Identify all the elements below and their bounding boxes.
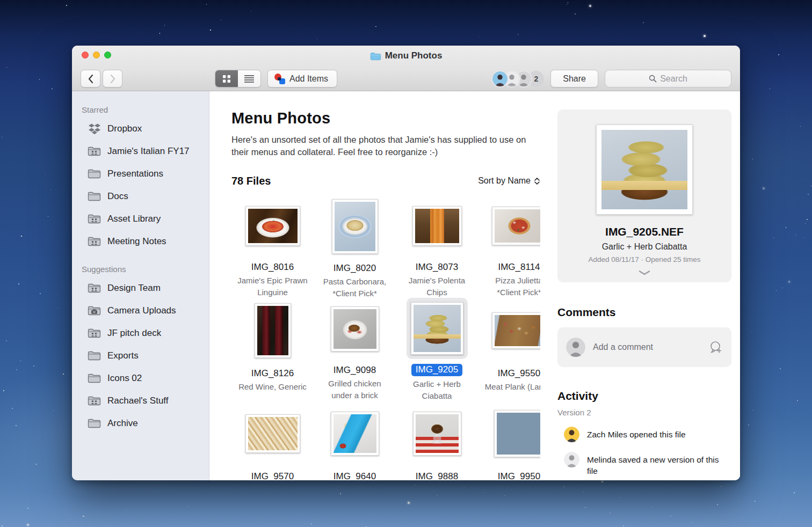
file-tile-img_9570[interactable]: IMG_9570 <box>231 401 314 480</box>
add-comment-field[interactable]: Add a comment <box>557 327 731 367</box>
sidebar-item-jamie-s-italian-fy17[interactable]: Jamie's Italian FY17 <box>72 140 209 163</box>
thumbnail-frame[interactable] <box>331 306 379 352</box>
file-name[interactable]: IMG_8073 <box>416 262 458 273</box>
search-input[interactable]: Search <box>605 70 731 87</box>
window-title: Menu Photos <box>72 50 740 62</box>
file-name[interactable]: IMG_8126 <box>251 368 294 379</box>
sidebar-item-presentations[interactable]: Presentations <box>72 163 209 185</box>
file-tile-img_9950[interactable]: IMG_9950 <box>478 401 540 480</box>
shared-folder-icon <box>88 236 101 247</box>
file-caption: Jamie's Polenta Chips <box>402 275 473 298</box>
avatar[interactable] <box>491 70 509 87</box>
file-tile-img_8073[interactable]: IMG_8073Jamie's Polenta Chips <box>396 195 478 298</box>
file-name[interactable]: IMG_8114 <box>498 262 540 273</box>
thumbnail-frame[interactable] <box>255 303 291 358</box>
file-caption: Jamie's Epic Prawn Linguine <box>237 275 308 298</box>
shared-folder-icon <box>88 146 101 157</box>
activity-event: Zach Miles opened this file <box>557 427 731 442</box>
sort-dropdown[interactable]: Sort by Name <box>478 176 540 186</box>
file-tile-img_9205[interactable]: IMG_9205Garlic + Herb Ciabatta <box>396 298 478 401</box>
grid-view-icon <box>222 75 231 83</box>
file-tile-img_9550[interactable]: IMG_9550Meat Plank (Large) <box>478 298 540 401</box>
sort-label: Sort by Name <box>478 176 531 186</box>
activity-text: Zach Miles opened this file <box>587 427 686 440</box>
window-header: Menu Photos <box>72 46 740 91</box>
sort-chevrons-icon <box>534 178 540 185</box>
thumbnail-frame[interactable] <box>492 207 541 245</box>
grid-view-button[interactable] <box>215 70 238 87</box>
list-view-button[interactable] <box>238 70 260 87</box>
forward-button[interactable] <box>103 70 122 87</box>
file-tile-img_8126[interactable]: IMG_8126Red Wine, Generic <box>231 298 314 401</box>
file-name[interactable]: IMG_9205 <box>411 364 462 376</box>
sidebar-item-docs[interactable]: Docs <box>72 185 209 208</box>
file-name[interactable]: IMG_9888 <box>416 471 458 480</box>
thumbnail-frame[interactable] <box>492 312 541 349</box>
sidebar-item-meeting-notes[interactable]: Meeting Notes <box>72 230 209 253</box>
expand-details-button[interactable] <box>639 268 650 277</box>
sidebar-item-camera-uploads[interactable]: Camera Uploads <box>72 299 209 322</box>
thumbnail-box <box>327 401 383 466</box>
file-tile-img_9888[interactable]: IMG_9888 <box>396 401 478 480</box>
thumbnail-box <box>488 195 541 257</box>
back-button[interactable] <box>81 70 100 87</box>
thumbnail-frame[interactable] <box>412 206 462 246</box>
add-items-button[interactable]: Add Items <box>267 70 337 87</box>
file-name[interactable]: IMG_9640 <box>334 471 376 480</box>
thumbnail-frame[interactable] <box>245 414 300 453</box>
member-avatars[interactable]: 2 <box>491 70 544 87</box>
thumbnail-frame[interactable] <box>331 412 379 456</box>
sidebar-item-jf-pitch-deck[interactable]: JF pitch deck <box>72 322 209 345</box>
sidebar-item-rachael-s-stuff[interactable]: Rachael's Stuff <box>72 390 209 412</box>
file-tile-img_8114[interactable]: IMG_8114Pizza Julietta *Client Pick* <box>478 195 540 298</box>
thumbnail-frame[interactable] <box>332 199 378 254</box>
chevron-down-icon <box>639 270 650 275</box>
sidebar-item-dropbox[interactable]: Dropbox <box>72 118 209 140</box>
thumbnail-box <box>327 298 383 360</box>
meat-plank-photo <box>495 315 541 346</box>
pasta-ribbons-photo <box>248 417 298 450</box>
file-caption: Pizza Julietta *Client Pick* <box>484 275 541 298</box>
sidebar-item-label: Camera Uploads <box>107 305 176 316</box>
file-count: 78 Files <box>231 175 271 187</box>
file-name[interactable]: IMG_9550 <box>498 368 540 379</box>
thumbnail-box <box>250 298 295 363</box>
thumbnail-box <box>490 401 541 466</box>
pepperoni-pizza-photo <box>497 413 541 455</box>
sidebar-item-archive[interactable]: Archive <box>72 412 209 435</box>
file-name[interactable]: IMG_8020 <box>334 263 376 274</box>
file-name[interactable]: IMG_9098 <box>334 365 376 376</box>
thumbnail-box <box>328 195 382 258</box>
current-user-avatar <box>566 338 585 357</box>
window-title-text: Menu Photos <box>385 50 443 61</box>
pizza-julietta-photo <box>495 209 541 243</box>
file-name[interactable]: IMG_9570 <box>251 471 294 480</box>
sidebar-item-exports[interactable]: Exports <box>72 345 209 367</box>
add-comment-icon[interactable] <box>709 340 723 354</box>
thumbnail-box <box>488 298 541 363</box>
share-button[interactable]: Share <box>550 70 598 87</box>
sidebar-item-design-team[interactable]: Design Team <box>72 277 209 299</box>
sidebar-item-icons-02[interactable]: Icons 02 <box>72 367 209 390</box>
thumbnail-frame[interactable] <box>245 206 300 246</box>
kids-box-photo <box>334 414 376 453</box>
garlic-ciabatta-photo <box>601 130 687 209</box>
shared-folder-icon <box>88 328 101 339</box>
folder-icon <box>88 418 101 429</box>
sidebar-item-asset-library[interactable]: Asset Library <box>72 208 209 230</box>
sidebar-item-label: Archive <box>107 418 138 429</box>
file-name[interactable]: IMG_8016 <box>251 262 294 273</box>
file-tile-img_9640[interactable]: IMG_9640 <box>314 401 396 480</box>
sidebar-item-label: Rachael's Stuff <box>107 396 169 406</box>
folder-icon <box>370 52 381 61</box>
file-tile-img_9098[interactable]: IMG_9098Grilled chicken under a brick <box>314 298 396 401</box>
thumbnail-frame[interactable] <box>494 410 541 457</box>
file-tile-img_8020[interactable]: IMG_8020Pasta Carbonara, *Client Pick* <box>314 195 396 298</box>
file-preview-image[interactable] <box>596 125 693 215</box>
file-name[interactable]: IMG_9950 <box>498 471 540 480</box>
thumbnail-frame[interactable] <box>413 412 461 456</box>
comments-title: Comments <box>557 306 731 319</box>
file-tile-img_8016[interactable]: IMG_8016Jamie's Epic Prawn Linguine <box>231 195 314 298</box>
preview-file-caption: Garlic + Herb Ciabatta <box>602 242 687 252</box>
thumbnail-frame[interactable] <box>411 302 463 355</box>
